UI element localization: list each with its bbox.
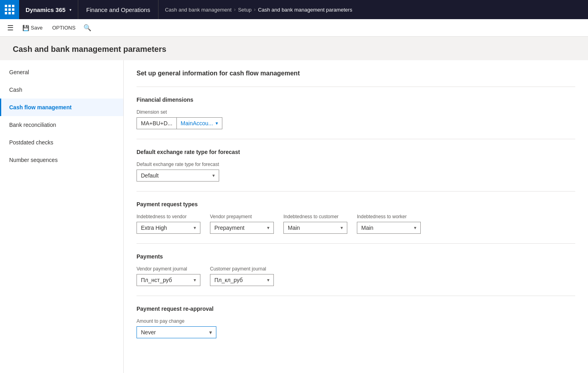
main-section-title: Set up general information for cash flow… (137, 70, 575, 77)
dimension-set-select[interactable]: MA+BU+D... MainAccou... ▾ (137, 117, 222, 129)
payment-request-title: Payment request types (137, 201, 575, 207)
customer-payment-journal-value: Пл_кл_руб (214, 277, 243, 283)
indebtedness-worker-value: Main (361, 225, 373, 231)
breadcrumb-sep-2: › (254, 7, 255, 12)
amount-to-pay-chevron-icon: ▾ (209, 329, 212, 336)
exchange-rate-group: Default exchange rate type for forecast … (137, 162, 219, 182)
payments-title: Payments (137, 253, 575, 260)
save-button[interactable]: 💾 Save (19, 23, 46, 33)
indebtedness-worker-label: Indebtedness to worker (357, 214, 421, 219)
page-wrapper: Cash and bank management parameters Gene… (0, 37, 588, 373)
hamburger-menu-button[interactable]: ☰ (5, 22, 16, 34)
financial-dimensions-row: Dimension set MA+BU+D... MainAccou... ▾ (137, 109, 575, 129)
indebtedness-worker-chevron-icon: ▾ (414, 225, 416, 231)
dimension-set-label: Dimension set (137, 109, 222, 115)
brand-chevron-icon: ▾ (69, 8, 71, 12)
vendor-payment-journal-label: Vendor payment journal (137, 266, 200, 272)
page-title: Cash and bank management parameters (13, 45, 575, 54)
customer-payment-journal-label: Customer payment journal (210, 266, 274, 272)
reapproval-row: Amount to pay change Never ▾ (137, 318, 575, 338)
dimension-set-part2-value: MainAccou... (181, 120, 213, 126)
payment-request-section: Payment request types Indebtedness to ve… (137, 201, 575, 234)
indebtedness-customer-label: Indebtedness to customer (283, 214, 347, 219)
breadcrumb-item-3: Cash and bank management parameters (258, 7, 352, 13)
amount-to-pay-value: Never (141, 329, 156, 336)
dimension-set-part1: MA+BU+D... (137, 118, 177, 129)
payment-request-row: Indebtedness to vendor Extra High ▾ Vend… (137, 214, 575, 234)
save-label: Save (31, 25, 43, 31)
vendor-prepayment-select[interactable]: Prepayment ▾ (210, 222, 274, 234)
vendor-prepayment-chevron-icon: ▾ (267, 225, 269, 231)
dimension-set-chevron-icon: ▾ (216, 120, 218, 126)
vendor-payment-journal-value: Пл_нст_руб (141, 277, 172, 283)
vendor-payment-journal-chevron-icon: ▾ (194, 277, 196, 283)
indebtedness-vendor-chevron-icon: ▾ (194, 225, 196, 231)
payments-section: Payments Vendor payment journal Пл_нст_р… (137, 253, 575, 286)
amount-to-pay-label: Amount to pay change (137, 318, 216, 324)
breadcrumb-sep-1: › (234, 7, 236, 12)
customer-payment-journal-chevron-icon: ▾ (267, 277, 269, 283)
apps-grid-icon (5, 5, 14, 14)
left-nav: General Cash Cash flow management Bank r… (0, 60, 124, 373)
divider-1 (137, 87, 575, 87)
apps-button[interactable] (0, 0, 19, 19)
indebtedness-vendor-value: Extra High (141, 225, 167, 231)
vendor-payment-journal-group: Vendor payment journal Пл_нст_руб ▾ (137, 266, 200, 286)
indebtedness-customer-chevron-icon: ▾ (341, 225, 343, 231)
indebtedness-customer-value: Main (288, 225, 300, 231)
save-icon: 💾 (22, 25, 29, 31)
customer-payment-journal-select[interactable]: Пл_кл_руб ▾ (210, 274, 274, 286)
financial-dimensions-title: Financial dimensions (137, 97, 575, 103)
app-name: Finance and Operations (78, 0, 158, 19)
exchange-rate-section: Default exchange rate type for forecast … (137, 149, 575, 182)
financial-dimensions-section: Financial dimensions Dimension set MA+BU… (137, 97, 575, 129)
customer-payment-journal-group: Customer payment journal Пл_кл_руб ▾ (210, 266, 274, 286)
indebtedness-customer-group: Indebtedness to customer Main ▾ (283, 214, 347, 234)
exchange-rate-value: Default (141, 172, 158, 179)
exchange-rate-title: Default exchange rate type for forecast (137, 149, 575, 155)
reapproval-section: Payment request re-approval Amount to pa… (137, 306, 575, 338)
dimension-set-group: Dimension set MA+BU+D... MainAccou... ▾ (137, 109, 222, 129)
indebtedness-worker-group: Indebtedness to worker Main ▾ (357, 214, 421, 234)
content-area: General Cash Cash flow management Bank r… (0, 60, 588, 373)
indebtedness-worker-select[interactable]: Main ▾ (357, 222, 421, 234)
divider-4 (137, 243, 575, 244)
vendor-payment-journal-select[interactable]: Пл_нст_руб ▾ (137, 274, 200, 286)
exchange-rate-chevron-icon: ▾ (212, 173, 215, 178)
nav-item-general[interactable]: General (0, 63, 123, 81)
nav-item-bankreconciliation[interactable]: Bank reconciliation (0, 116, 123, 134)
exchange-rate-row: Default exchange rate type for forecast … (137, 162, 575, 182)
indebtedness-vendor-group: Indebtedness to vendor Extra High ▾ (137, 214, 200, 234)
vendor-prepayment-label: Vendor prepayment (210, 214, 274, 219)
nav-item-postdatedchecks[interactable]: Postdated checks (0, 134, 123, 151)
breadcrumb: Cash and bank management › Setup › Cash … (158, 7, 358, 13)
nav-item-cashflow[interactable]: Cash flow management (0, 99, 123, 116)
indebtedness-vendor-select[interactable]: Extra High ▾ (137, 222, 200, 234)
dimension-set-part2-wrapper: MainAccou... ▾ (177, 118, 222, 129)
dynamics365-brand[interactable]: Dynamics 365 ▾ (19, 0, 78, 19)
options-button[interactable]: OPTIONS (49, 23, 79, 32)
reapproval-title: Payment request re-approval (137, 306, 575, 312)
exchange-rate-select[interactable]: Default ▾ (137, 170, 219, 182)
toolbar: ☰ 💾 Save OPTIONS 🔍 (0, 19, 588, 37)
topbar: Dynamics 365 ▾ Finance and Operations Ca… (0, 0, 588, 19)
indebtedness-customer-select[interactable]: Main ▾ (283, 222, 347, 234)
breadcrumb-item-1[interactable]: Cash and bank management (165, 7, 232, 13)
vendor-prepayment-value: Prepayment (214, 225, 244, 231)
divider-3 (137, 191, 575, 191)
indebtedness-vendor-label: Indebtedness to vendor (137, 214, 200, 219)
nav-item-cash[interactable]: Cash (0, 81, 123, 99)
breadcrumb-item-2[interactable]: Setup (238, 7, 251, 13)
amount-to-pay-select[interactable]: Never ▾ (137, 326, 216, 338)
search-icon[interactable]: 🔍 (83, 24, 91, 32)
amount-to-pay-group: Amount to pay change Never ▾ (137, 318, 216, 338)
main-content: Set up general information for cash flow… (124, 60, 588, 373)
page-header: Cash and bank management parameters (0, 37, 588, 60)
divider-5 (137, 296, 575, 296)
vendor-prepayment-group: Vendor prepayment Prepayment ▾ (210, 214, 274, 234)
divider-2 (137, 139, 575, 139)
exchange-rate-label: Default exchange rate type for forecast (137, 162, 219, 167)
nav-item-numbersequences[interactable]: Number sequences (0, 151, 123, 169)
payments-row: Vendor payment journal Пл_нст_руб ▾ Cust… (137, 266, 575, 286)
